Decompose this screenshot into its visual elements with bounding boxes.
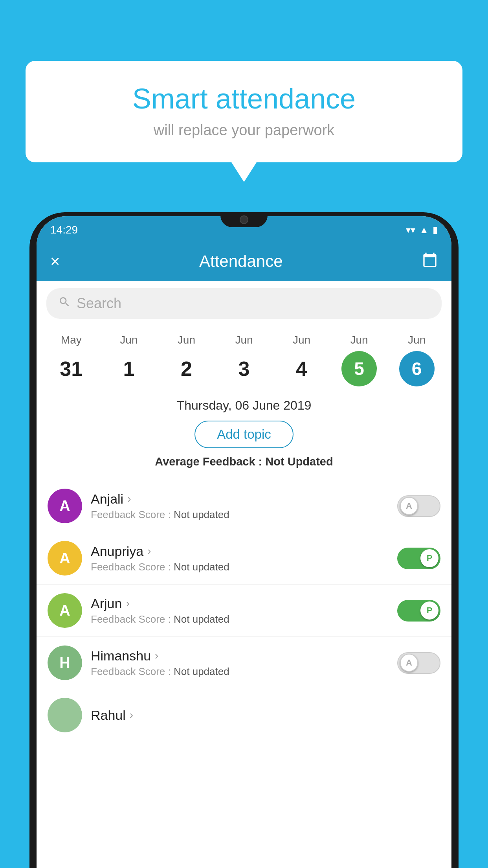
student-name: Anupriya › xyxy=(91,544,397,559)
student-list: A Anjali › Feedback Score : Not updated … xyxy=(37,476,451,745)
chevron-right-icon: › xyxy=(155,649,158,662)
student-info: Himanshu › Feedback Score : Not updated xyxy=(91,648,397,678)
avg-feedback: Average Feedback : Not Updated xyxy=(44,455,444,468)
selected-date-section: Thursday, 06 June 2019 Add topic Average… xyxy=(37,388,451,476)
bubble-subtitle: will replace your paperwork xyxy=(49,122,439,139)
date-jun-4[interactable]: Jun 4 xyxy=(278,334,325,386)
toggle-present[interactable]: P xyxy=(397,548,440,569)
chevron-right-icon: › xyxy=(126,597,129,610)
feedback-score: Feedback Score : Not updated xyxy=(91,561,397,573)
search-container: Search xyxy=(37,281,451,326)
student-info: Anjali › Feedback Score : Not updated xyxy=(91,491,397,521)
toggle-knob: P xyxy=(420,549,438,567)
app-header: × Attendance xyxy=(37,242,451,281)
search-icon xyxy=(58,296,71,311)
attendance-toggle[interactable]: P xyxy=(397,548,440,569)
student-name: Rahul › xyxy=(91,708,440,723)
student-info: Arjun › Feedback Score : Not updated xyxy=(91,596,397,625)
date-may-31[interactable]: May 31 xyxy=(48,334,95,386)
bubble-title: Smart attendance xyxy=(49,83,439,115)
student-name: Arjun › xyxy=(91,596,397,611)
list-item[interactable]: H Himanshu › Feedback Score : Not update… xyxy=(37,637,451,689)
student-info: Anupriya › Feedback Score : Not updated xyxy=(91,544,397,573)
attendance-toggle[interactable]: A xyxy=(397,652,440,674)
speech-bubble-container: Smart attendance will replace your paper… xyxy=(26,61,462,162)
toggle-absent[interactable]: A xyxy=(397,652,440,674)
student-info: Rahul › xyxy=(91,708,440,723)
attendance-toggle[interactable]: P xyxy=(397,600,440,622)
calendar-icon[interactable] xyxy=(422,252,438,271)
calendar-row: May 31 Jun 1 Jun 2 Jun 3 Jun 4 Jun 5 xyxy=(37,326,451,388)
chevron-right-icon: › xyxy=(147,545,151,557)
status-time: 14:29 xyxy=(50,224,78,236)
wifi-icon: ▾▾ xyxy=(406,224,415,235)
date-jun-2[interactable]: Jun 2 xyxy=(163,334,210,386)
camera xyxy=(240,215,248,224)
avatar: A xyxy=(48,593,82,628)
signal-icon: ▲ xyxy=(419,224,429,235)
toggle-knob: A xyxy=(400,497,418,515)
list-item[interactable]: A Arjun › Feedback Score : Not updated P xyxy=(37,585,451,637)
avatar: A xyxy=(48,489,82,523)
phone-notch xyxy=(220,212,268,227)
attendance-toggle[interactable]: A xyxy=(397,495,440,517)
add-topic-button[interactable]: Add topic xyxy=(194,421,294,448)
battery-icon: ▮ xyxy=(433,224,438,235)
chevron-right-icon: › xyxy=(130,709,133,721)
app-title: Attendance xyxy=(199,252,283,271)
date-jun-5[interactable]: Jun 5 xyxy=(336,334,383,386)
student-name: Anjali › xyxy=(91,491,397,507)
toggle-present[interactable]: P xyxy=(397,600,440,622)
search-bar[interactable]: Search xyxy=(46,288,442,319)
feedback-score: Feedback Score : Not updated xyxy=(91,666,397,678)
toggle-knob: P xyxy=(420,601,438,620)
date-jun-1[interactable]: Jun 1 xyxy=(105,334,152,386)
toggle-knob: A xyxy=(400,654,418,672)
phone-screen: 14:29 ▾▾ ▲ ▮ × Attendance xyxy=(37,216,451,868)
list-item[interactable]: A Anjali › Feedback Score : Not updated … xyxy=(37,480,451,532)
date-jun-3[interactable]: Jun 3 xyxy=(220,334,268,386)
selected-date-text: Thursday, 06 June 2019 xyxy=(44,398,444,413)
search-placeholder: Search xyxy=(77,295,121,312)
list-item[interactable]: A Anupriya › Feedback Score : Not update… xyxy=(37,532,451,585)
list-item[interactable]: Rahul › xyxy=(37,689,451,741)
avatar: H xyxy=(48,645,82,680)
toggle-absent[interactable]: A xyxy=(397,495,440,517)
phone-frame: 14:29 ▾▾ ▲ ▮ × Attendance xyxy=(29,212,459,868)
avatar: A xyxy=(48,541,82,576)
date-jun-6[interactable]: Jun 6 xyxy=(393,334,440,386)
avatar xyxy=(48,698,82,732)
feedback-score: Feedback Score : Not updated xyxy=(91,613,397,625)
feedback-score: Feedback Score : Not updated xyxy=(91,509,397,521)
speech-bubble: Smart attendance will replace your paper… xyxy=(26,61,462,162)
chevron-right-icon: › xyxy=(127,493,131,505)
close-button[interactable]: × xyxy=(50,252,60,271)
student-name: Himanshu › xyxy=(91,648,397,664)
status-icons: ▾▾ ▲ ▮ xyxy=(406,224,438,235)
